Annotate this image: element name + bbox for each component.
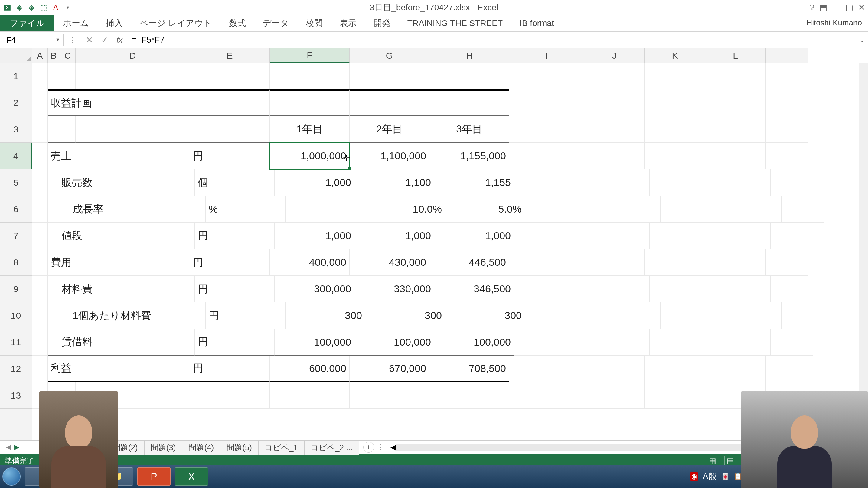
cell[interactable]	[75, 90, 190, 116]
sheet-more-icon[interactable]: ⋮	[377, 443, 384, 451]
cell-value[interactable]: 446,500	[430, 249, 509, 276]
minimize-icon[interactable]: ―	[832, 3, 840, 12]
ribbon-tab-formulas[interactable]: 数式	[220, 15, 254, 31]
col-header-A[interactable]: A	[32, 48, 48, 63]
cell[interactable]	[430, 90, 509, 116]
cell-value[interactable]: 100,000	[434, 329, 514, 356]
cell-year3[interactable]: 3年目	[430, 116, 509, 143]
cell[interactable]	[721, 302, 781, 329]
row-header-10[interactable]: 10	[0, 302, 32, 329]
cell[interactable]	[766, 90, 808, 116]
cell[interactable]	[60, 249, 75, 276]
cell[interactable]	[710, 329, 771, 356]
cell[interactable]	[32, 63, 48, 90]
cell[interactable]	[190, 116, 270, 143]
cell[interactable]	[589, 329, 650, 356]
ime-status[interactable]: A般	[703, 471, 717, 482]
cell-value[interactable]: 670,000	[350, 356, 430, 382]
cell-value[interactable]: 708,500	[430, 356, 509, 382]
cell[interactable]	[75, 302, 91, 329]
cell[interactable]	[766, 116, 808, 143]
cell[interactable]	[584, 63, 645, 90]
formula-input[interactable]: =+F5*F7	[127, 34, 856, 46]
cell[interactable]	[75, 356, 190, 382]
cell[interactable]	[65, 223, 81, 249]
cell[interactable]	[190, 382, 270, 409]
cell[interactable]	[509, 143, 584, 169]
cell-value[interactable]: 300	[445, 302, 525, 329]
cell[interactable]	[584, 249, 645, 276]
cell[interactable]	[32, 356, 48, 382]
cell[interactable]	[705, 90, 766, 116]
cell[interactable]	[75, 196, 91, 223]
start-button[interactable]	[2, 467, 21, 486]
cell[interactable]	[514, 169, 589, 196]
cell-value[interactable]: 100,000	[275, 329, 354, 356]
cell-unit[interactable]: 円	[195, 276, 275, 302]
cell[interactable]	[509, 116, 584, 143]
cell[interactable]	[781, 302, 824, 329]
col-header-D[interactable]: D	[75, 48, 190, 63]
cell[interactable]	[650, 169, 710, 196]
taskbar-powerpoint-icon[interactable]: P	[137, 467, 170, 486]
cell[interactable]	[766, 249, 808, 276]
cell[interactable]	[60, 90, 75, 116]
ribbon-tab-developer[interactable]: 開発	[365, 15, 399, 31]
cell[interactable]	[270, 63, 350, 90]
cell-value[interactable]: 10.0%	[365, 196, 445, 223]
cell[interactable]	[430, 63, 509, 90]
cell[interactable]	[650, 276, 710, 302]
tray-ime-icon[interactable]: 🀄	[721, 472, 730, 481]
cell[interactable]	[32, 90, 48, 116]
cell-value[interactable]: 1,000	[434, 223, 514, 249]
cell[interactable]	[81, 223, 195, 249]
cell[interactable]	[766, 143, 808, 169]
cell[interactable]	[81, 329, 195, 356]
cell[interactable]	[60, 63, 75, 90]
cell[interactable]	[705, 116, 766, 143]
cell[interactable]	[600, 302, 660, 329]
cell[interactable]	[509, 249, 584, 276]
row-header-9[interactable]: 9	[0, 276, 32, 302]
sheet-tab[interactable]: 問題(4)	[182, 440, 220, 455]
cell-unit[interactable]: 円	[190, 249, 270, 276]
cell-label[interactable]: 売上	[48, 143, 60, 169]
cell[interactable]	[525, 196, 600, 223]
cell[interactable]	[32, 223, 48, 249]
cell[interactable]	[430, 382, 509, 409]
cell-year1[interactable]: 1年目	[270, 116, 350, 143]
row-header-3[interactable]: 3	[0, 116, 32, 143]
cell[interactable]	[60, 116, 75, 143]
ribbon-tab-data[interactable]: データ	[254, 15, 297, 31]
cell-label[interactable]: 値段	[48, 223, 65, 249]
cell[interactable]	[32, 249, 48, 276]
row-header-4[interactable]: 4	[0, 143, 32, 169]
cell[interactable]	[766, 63, 808, 90]
cell-value[interactable]: 1,000	[275, 223, 354, 249]
cell[interactable]	[75, 63, 190, 90]
cell[interactable]	[710, 223, 771, 249]
cell[interactable]	[509, 63, 584, 90]
cell[interactable]	[32, 169, 48, 196]
sheet-tab[interactable]: 問題(5)	[220, 440, 258, 455]
fx-icon[interactable]: fx	[112, 35, 127, 45]
col-header-C[interactable]: C	[60, 48, 75, 63]
cell[interactable]	[650, 223, 710, 249]
cell-label[interactable]: 利益	[48, 356, 60, 382]
qat-more-icon[interactable]: ▾	[63, 3, 72, 12]
row-header-7[interactable]: 7	[0, 223, 32, 249]
cell-value[interactable]: 5.0%	[445, 196, 525, 223]
row-header-6[interactable]: 6	[0, 196, 32, 223]
cell[interactable]	[60, 356, 75, 382]
cell[interactable]	[525, 302, 600, 329]
cell-unit[interactable]: %	[206, 196, 285, 223]
cell[interactable]	[589, 223, 650, 249]
cell-label[interactable]: 1個あたり材料費	[48, 302, 75, 329]
select-all-button[interactable]	[0, 48, 32, 63]
cell[interactable]	[190, 90, 270, 116]
cell[interactable]	[645, 90, 705, 116]
cell-value[interactable]: 1,100,000	[350, 143, 430, 169]
cell[interactable]	[60, 143, 75, 169]
cell-label[interactable]: 成長率	[48, 196, 75, 223]
cell[interactable]	[75, 116, 190, 143]
